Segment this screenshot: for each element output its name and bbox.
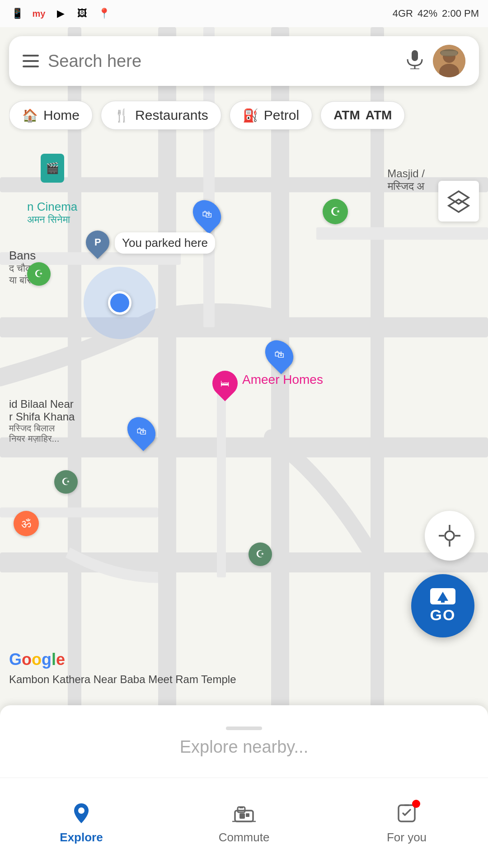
shop-marker-1[interactable]: 🛍 [194, 199, 220, 230]
atm-label: ATM [333, 108, 360, 123]
map-area[interactable]: P You parked here 🎬 n Cinema अमन सिनेमा … [0, 27, 488, 778]
svg-point-30 [78, 807, 84, 814]
home-label: Home [43, 108, 80, 123]
shop-marker-3[interactable]: 🛍 [129, 416, 154, 447]
status-apps: 📱 my ▶ 🖼 📍 [9, 5, 112, 22]
kambon-label: Kambon Kathera Near Baba Meet Ram Temple [9, 672, 236, 687]
commute-icon-wrapper [232, 802, 256, 827]
cinema-hindi-label: अमन सिनेमा [27, 214, 77, 226]
voice-search-button[interactable] [406, 49, 424, 73]
restaurants-label: Restaurants [135, 108, 208, 123]
youtube-icon: ▶ [52, 5, 69, 22]
category-home[interactable]: 🏠 Home [9, 101, 93, 130]
masjid-label: Masjid / मस्जिद अ [387, 167, 425, 193]
status-info: 4GR 42% 2:00 PM [393, 8, 479, 19]
locate-me-button[interactable] [425, 511, 474, 561]
masjid-bilaal-label: id Bilaal Near r Shifa Khana मस्जिद बिला… [9, 398, 75, 444]
svg-rect-7 [371, 27, 384, 778]
svg-point-15 [445, 531, 454, 540]
search-input[interactable] [48, 52, 397, 71]
svg-rect-29 [441, 51, 457, 56]
svg-rect-4 [158, 27, 176, 778]
svg-rect-35 [239, 807, 243, 808]
mosque-marker-1[interactable]: ☪ [323, 199, 348, 224]
cinema-marker[interactable]: 🎬 n Cinema अमन सिनेमा [27, 154, 77, 226]
svg-marker-14 [449, 199, 469, 212]
ameer-homes-label: Ameer Homes [242, 373, 323, 387]
cinema-label: n Cinema [27, 200, 77, 214]
parking-marker: P You parked here [86, 231, 215, 254]
search-bar [9, 36, 479, 86]
petrol-icon: ⛽ [243, 108, 258, 123]
nav-for-you[interactable]: For you [325, 802, 488, 844]
explore-icon-wrapper [70, 802, 93, 827]
time-display: 2:00 PM [442, 8, 479, 19]
whatsapp-icon: 📱 [9, 5, 25, 22]
for-you-icon-wrapper [395, 802, 418, 827]
explore-nearby-text: Explore nearby... [180, 737, 308, 757]
go-arrow-icon [430, 588, 455, 604]
my-icon: my [31, 5, 47, 22]
svg-rect-10 [316, 227, 488, 240]
notification-dot [412, 800, 420, 808]
svg-marker-13 [449, 191, 469, 204]
status-bar: 📱 my ▶ 🖼 📍 4GR 42% 2:00 PM [0, 0, 488, 27]
category-restaurants[interactable]: 🍴 Restaurants [101, 101, 221, 130]
svg-rect-5 [271, 27, 289, 778]
bottom-navigation: Explore Commute For you [0, 778, 488, 868]
restaurants-icon: 🍴 [114, 108, 130, 123]
category-atm[interactable]: ATM ATM [320, 101, 405, 129]
svg-rect-21 [441, 599, 445, 603]
google-logo: Google [9, 650, 65, 669]
hamburger-menu-button[interactable] [23, 55, 39, 67]
explore-nearby-panel[interactable]: Explore nearby... [0, 705, 488, 778]
atm-text: ATM [366, 108, 392, 123]
svg-rect-32 [239, 813, 245, 819]
signal-strength: 4GR [393, 8, 413, 19]
home-icon: 🏠 [22, 108, 38, 123]
nav-explore[interactable]: Explore [0, 802, 163, 844]
om-marker[interactable]: ॐ [14, 511, 39, 536]
svg-rect-12 [217, 377, 226, 578]
shop-marker-2[interactable]: 🛍 [267, 339, 292, 370]
for-you-nav-label: For you [387, 830, 427, 844]
explore-nav-label: Explore [60, 830, 103, 844]
petrol-label: Petrol [264, 108, 299, 123]
mosque-marker-2[interactable]: ☪ [27, 262, 51, 286]
mosque-marker-3[interactable]: ☪ [54, 470, 78, 494]
category-pills: 🏠 Home 🍴 Restaurants ⛽ Petrol ATM ATM [9, 95, 488, 136]
layer-toggle-button[interactable] [438, 181, 479, 222]
category-petrol[interactable]: ⛽ Petrol [230, 101, 312, 130]
photos-icon: 🖼 [74, 5, 90, 22]
nav-commute[interactable]: Commute [163, 802, 325, 844]
svg-rect-22 [412, 50, 418, 61]
user-avatar[interactable] [433, 45, 465, 77]
mosque-marker-4[interactable]: ☪ [249, 542, 272, 566]
maps-icon: 📍 [96, 5, 112, 22]
parking-label: You parked here [115, 232, 215, 254]
commute-nav-label: Commute [219, 830, 270, 844]
current-location-dot [84, 267, 156, 339]
ameer-homes-marker[interactable]: 🛏 Ameer Homes [212, 371, 323, 396]
battery-level: 42% [418, 8, 437, 19]
drag-handle [226, 726, 262, 730]
go-navigation-button[interactable]: GO [411, 574, 474, 637]
svg-rect-33 [246, 813, 249, 817]
go-label: GO [430, 606, 456, 624]
